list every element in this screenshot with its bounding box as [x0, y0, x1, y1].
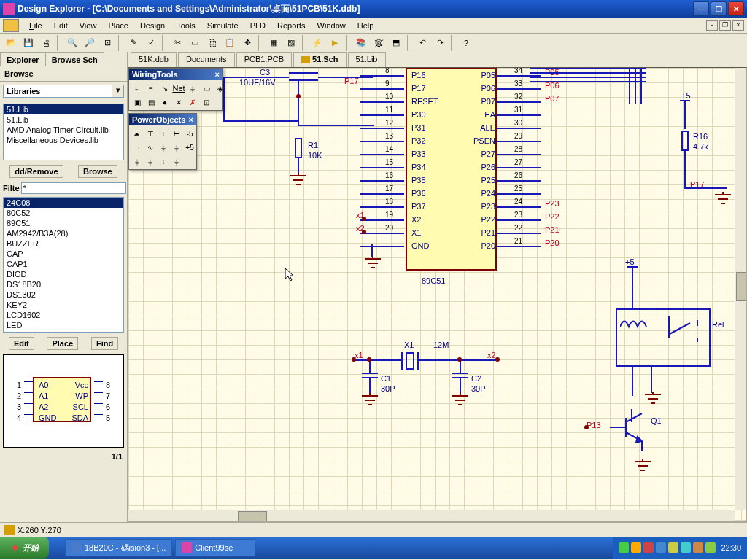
gnd-power-icon[interactable]: ⏚	[131, 155, 144, 168]
select-icon[interactable]: ▭	[187, 35, 203, 51]
menu-view[interactable]: View	[74, 20, 103, 31]
component-item[interactable]: 24C08	[4, 198, 123, 208]
component-item[interactable]: LCD1602	[4, 310, 123, 320]
gnd-chassis-icon[interactable]: ⏚	[144, 155, 157, 168]
tab-pcb[interactable]: PCB1.PCB	[236, 52, 292, 67]
busentry-tool-icon[interactable]: ↘	[158, 82, 171, 95]
edit-button[interactable]: Edit	[9, 337, 34, 350]
vdd-icon[interactable]: ⊤	[144, 127, 157, 140]
part-tool-icon[interactable]: ◈	[214, 82, 227, 95]
library-combo[interactable]: Libraries ▾	[3, 85, 124, 98]
earth-icon[interactable]: ⏚	[170, 141, 183, 154]
menu-file[interactable]: File	[23, 20, 48, 31]
arrow-down-icon[interactable]: ↓	[157, 155, 170, 168]
transistor-q1[interactable]	[610, 409, 654, 453]
sheetentry-tool-icon[interactable]: ▤	[144, 96, 158, 109]
tab-explorer[interactable]: Explorer	[0, 52, 46, 66]
component-item[interactable]: DS18B20	[4, 279, 123, 289]
save-icon[interactable]: 💾	[20, 35, 36, 51]
redo-icon[interactable]: ↷	[432, 35, 448, 51]
lib-item[interactable]: Miscellaneous Devices.lib	[4, 135, 123, 145]
tray-icon[interactable]	[656, 542, 666, 553]
bus-tool-icon[interactable]: ≡	[144, 82, 158, 95]
component-item[interactable]: CAP	[4, 249, 123, 259]
taskbar-item[interactable]: 18B20C - 碼ision3 - [...	[65, 539, 172, 556]
sheet-tool-icon[interactable]: ▣	[131, 96, 144, 109]
port-tool-icon[interactable]: ▭	[200, 82, 213, 95]
palette-close-icon[interactable]: ×	[215, 70, 220, 79]
component-item[interactable]: NPN	[4, 330, 123, 332]
menu-design[interactable]: Design	[134, 20, 171, 31]
tab-ddb[interactable]: 51K.ddb	[131, 52, 177, 67]
pos5-icon[interactable]: +5	[183, 141, 196, 154]
power-objects-palette[interactable]: PowerObjects× ⏶ ⊤ ↑ ⊢ -5 ○ ∿ ⏚ ⏚ +5 ⏚ ⏚ …	[128, 113, 197, 170]
find-button[interactable]: Find	[91, 337, 118, 350]
tray-icon[interactable]	[668, 542, 678, 553]
menu-help[interactable]: Help	[352, 20, 380, 31]
lib-item[interactable]: 51.Lib	[4, 114, 123, 125]
component-list[interactable]: 24C08 80C52 89C51 AM2942/B3A(28) BUZZER …	[3, 197, 124, 332]
place-icon[interactable]: ⬒	[388, 35, 404, 51]
menu-simulate[interactable]: Simulate	[201, 20, 244, 31]
junction-tool-icon[interactable]: ●	[158, 96, 171, 109]
group-icon[interactable]: ▦	[266, 35, 282, 51]
probe-icon[interactable]: ⚡	[309, 35, 325, 51]
cut-icon[interactable]: ✂	[169, 35, 185, 51]
component-item[interactable]: DS1302	[4, 289, 123, 300]
tab-documents[interactable]: Documents	[178, 52, 235, 67]
neg5-icon[interactable]: -5	[183, 127, 196, 140]
zoom-in-icon[interactable]: 🔍	[64, 35, 80, 51]
circle-icon[interactable]: ○	[131, 141, 144, 154]
tab-browse-sch[interactable]: Browse Sch	[45, 52, 104, 66]
copy-icon[interactable]: ⿻	[204, 35, 220, 51]
power-tool-icon[interactable]: ⏚	[186, 82, 199, 95]
taskbar-item[interactable]: Client99se	[175, 539, 255, 556]
menu-reports[interactable]: Reports	[271, 20, 311, 31]
close-button[interactable]: ✕	[728, 1, 744, 16]
tool-icon[interactable]: ✎	[125, 35, 142, 51]
resistor-r1[interactable]	[295, 138, 302, 158]
palette-close-icon[interactable]: ×	[189, 115, 193, 124]
tray-icon[interactable]	[705, 542, 716, 553]
minimize-button[interactable]: ─	[693, 1, 709, 16]
move-icon[interactable]: ✥	[239, 35, 255, 51]
arrow-icon[interactable]: ↑	[157, 127, 170, 140]
print-icon[interactable]: 🖨	[38, 35, 54, 51]
net-icon[interactable]: 🕸	[371, 35, 387, 51]
wiring-tools-palette[interactable]: WiringTools× ≈ ≡ ↘ Net ⏚ ▭ ◈ ▣ ▤ ● ✕ ✗ ⊡	[128, 68, 223, 111]
tray-icon[interactable]	[693, 542, 703, 553]
mdi-restore-button[interactable]: ❐	[719, 20, 731, 31]
browse-button[interactable]: Browse	[78, 165, 117, 178]
lib-icon[interactable]: 📚	[353, 35, 369, 51]
component-item[interactable]: AM2942/B3A(28)	[4, 228, 123, 238]
menu-edit[interactable]: Edit	[48, 20, 74, 31]
tray-icon[interactable]	[643, 542, 654, 553]
gnd-signal-icon[interactable]: ⏚	[157, 141, 170, 154]
system-tray[interactable]: 22:30	[613, 537, 747, 559]
paste-icon[interactable]: 📋	[222, 35, 238, 51]
open-icon[interactable]: 📂	[3, 35, 19, 51]
add-remove-button[interactable]: dd/Remove	[9, 165, 63, 178]
ungroup-icon[interactable]: ▨	[283, 35, 299, 51]
component-item[interactable]: BUZZER	[4, 238, 123, 249]
tab-sch[interactable]: 51.Sch	[293, 52, 346, 67]
stimulus-tool-icon[interactable]: ⊡	[200, 96, 213, 109]
gnd-earth-icon[interactable]: ⏚	[170, 155, 183, 168]
probe-tool-icon[interactable]: ✗	[186, 96, 199, 109]
component-item[interactable]: 89C51	[4, 218, 123, 228]
mdi-close-button[interactable]: ×	[732, 20, 744, 31]
wave-icon[interactable]: ∿	[144, 141, 157, 154]
undo-icon[interactable]: ↶	[414, 35, 430, 51]
filter-input[interactable]	[21, 182, 126, 194]
combo-dropdown-icon[interactable]: ▾	[112, 85, 123, 97]
mdi-minimize-button[interactable]: -	[706, 20, 718, 31]
scrollbar-vertical[interactable]	[735, 68, 746, 510]
scrollbar-horizontal[interactable]	[128, 510, 735, 521]
tab-lib[interactable]: 51.Lib	[348, 52, 386, 67]
menu-place[interactable]: Place	[102, 20, 134, 31]
noconnect-tool-icon[interactable]: ✕	[172, 96, 185, 109]
capacitor-c3[interactable]	[289, 72, 318, 81]
run-icon[interactable]: ▶	[327, 35, 343, 51]
resistor-r16[interactable]	[681, 131, 689, 151]
tray-icon[interactable]	[619, 542, 629, 553]
